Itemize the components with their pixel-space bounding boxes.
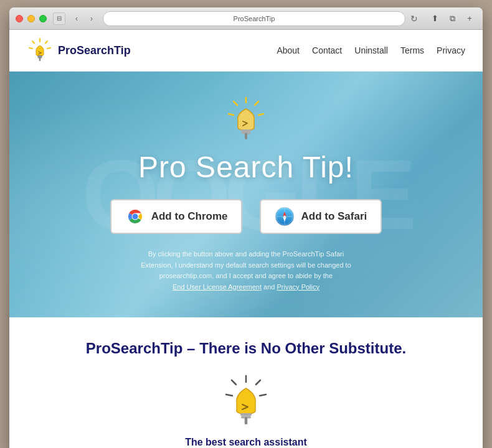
lower-section: ProSearchTip – There is No Other Substit… <box>9 317 483 448</box>
svg-line-12 <box>234 101 237 105</box>
site-header: ProSearchTip About Contact Uninstall Ter… <box>9 30 483 72</box>
title-bar: ⊟ ‹ › ProSearchTip ↻ ⬆ ⧉ + <box>9 7 483 30</box>
logo-area: ProSearchTip <box>27 37 131 63</box>
website-content: ProSearchTip About Contact Uninstall Ter… <box>9 30 483 448</box>
traffic-lights <box>16 15 47 22</box>
safari-button-label: Add to Safari <box>301 210 367 223</box>
svg-line-4 <box>29 48 32 49</box>
share-button[interactable]: ⬆ <box>428 12 442 26</box>
svg-point-20 <box>132 214 138 220</box>
tab-view-button[interactable]: ⊟ <box>53 12 65 25</box>
nav-contact[interactable]: Contact <box>312 45 342 55</box>
eula-link[interactable]: End User License Agreement <box>173 283 262 291</box>
toolbar-right: ⬆ ⧉ + <box>428 12 476 26</box>
back-button[interactable]: ‹ <box>70 12 83 25</box>
forward-button[interactable]: › <box>85 12 98 25</box>
nav-terms[interactable]: Terms <box>400 45 424 55</box>
new-tab-button[interactable]: + <box>463 12 476 26</box>
svg-line-14 <box>229 114 234 115</box>
chrome-button-label: Add to Chrome <box>151 210 228 223</box>
svg-line-32 <box>226 394 232 396</box>
resize-button[interactable]: ⧉ <box>445 12 459 26</box>
url-text: ProSearchTip <box>234 15 275 22</box>
privacy-policy-link[interactable]: Privacy Policy <box>277 283 319 291</box>
svg-line-13 <box>258 114 263 115</box>
lower-subtitle: The best search assistant <box>34 437 458 448</box>
nav-uninstall[interactable]: Uninstall <box>354 45 388 55</box>
svg-line-2 <box>32 41 34 44</box>
hero-section: OOGLE <box>9 72 483 317</box>
address-bar[interactable]: ProSearchTip <box>103 11 405 26</box>
logo-icon <box>27 37 53 63</box>
hero-title: Pro Search Tip! <box>138 150 354 184</box>
close-button[interactable] <box>16 15 23 22</box>
tab-view-icon: ⊟ <box>57 15 62 22</box>
svg-line-1 <box>45 41 47 44</box>
svg-point-27 <box>284 216 286 218</box>
add-to-safari-button[interactable]: Add to Safari <box>260 199 382 234</box>
nav-buttons: ‹ › <box>70 12 98 25</box>
svg-line-30 <box>232 380 236 385</box>
hero-disclaimer: By clicking the button above and adding … <box>134 249 358 292</box>
lower-title: ProSearchTip – There is No Other Substit… <box>34 340 458 357</box>
svg-line-11 <box>255 101 258 105</box>
hero-content: Pro Search Tip! <box>110 96 382 292</box>
refresh-button[interactable]: ↻ <box>410 14 418 24</box>
lower-lightbulb-icon <box>221 375 271 424</box>
svg-line-31 <box>260 394 266 396</box>
nav-about[interactable]: About <box>277 45 300 55</box>
nav-privacy[interactable]: Privacy <box>437 45 465 55</box>
hero-buttons: Add to Chrome <box>110 199 382 234</box>
browser-window: ⊟ ‹ › ProSearchTip ↻ ⬆ ⧉ + <box>9 7 483 448</box>
add-to-chrome-button[interactable]: Add to Chrome <box>110 199 243 234</box>
svg-line-29 <box>256 380 260 385</box>
svg-rect-7 <box>37 55 42 57</box>
minimize-button[interactable] <box>27 15 35 22</box>
svg-line-3 <box>47 48 50 49</box>
logo-text: ProSearchTip <box>58 44 131 57</box>
safari-icon <box>275 207 295 226</box>
hero-lightbulb-icon <box>224 96 268 140</box>
fullscreen-button[interactable] <box>39 15 47 22</box>
chrome-icon <box>125 207 145 226</box>
svg-rect-33 <box>240 413 252 416</box>
site-nav: About Contact Uninstall Terms Privacy <box>277 45 465 55</box>
svg-rect-15 <box>241 129 251 132</box>
